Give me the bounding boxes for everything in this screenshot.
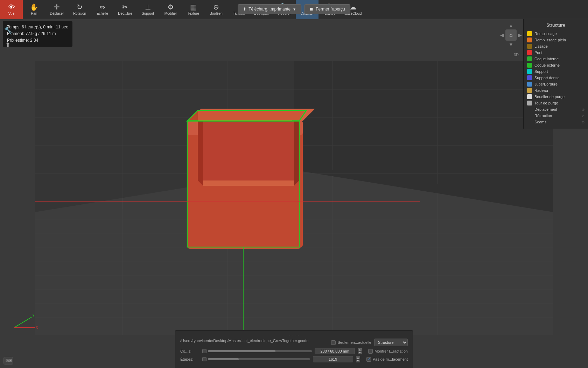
legend-item-2: Lissage — [527, 43, 584, 49]
upload-label: Télécharg...mprimante — [248, 7, 290, 12]
modifier-icon: ⚙ — [168, 4, 174, 11]
etapes-label: Étapes: — [180, 357, 200, 361]
montrer-checkbox[interactable] — [368, 349, 373, 354]
legend-item-12: Déplacement⊘ — [527, 106, 584, 113]
legend-eye-12[interactable]: ⊘ — [582, 108, 584, 111]
top-center-buttons: ⬆ Télécharg...mprimante ▼ ⏹ Fermer l'ape… — [238, 4, 350, 14]
legend-color-6 — [527, 69, 532, 74]
tool-texture-label: Texture — [188, 12, 199, 15]
legend-spacer-13 — [527, 113, 532, 118]
keyboard-icon[interactable]: ⌨ — [4, 357, 13, 364]
couche-slider-container — [202, 349, 312, 353]
legend-label-12: Déplacement — [534, 107, 557, 111]
pas-label: Pas de m...lacement — [373, 357, 408, 361]
tool-modifier-label: Modifier — [164, 12, 177, 15]
etapes-up[interactable]: ▲ — [356, 356, 360, 359]
bottom-top-row: /Users/ryanvicente/Desktop/Master/...nt_… — [180, 339, 408, 346]
panel-handle: · · · · · · — [180, 333, 408, 337]
legend-item-5: Coque externe — [527, 62, 584, 68]
legend-label-11: Tour de purge — [534, 101, 558, 105]
tool-deplacer-label: Déplacer — [50, 12, 64, 15]
couche-up[interactable]: ▲ — [358, 348, 362, 351]
legend-color-7 — [527, 75, 532, 80]
tool-support[interactable]: ⊥ Support — [136, 0, 159, 19]
pas-checkbox[interactable] — [366, 357, 371, 362]
nav-up-arrow[interactable]: ▲ — [509, 23, 513, 28]
close-preview-button[interactable]: ⏹ Fermer l'aperçu — [304, 4, 350, 14]
legend-label-9: Radeau — [534, 88, 548, 93]
axis-indicator: Y X — [7, 300, 42, 335]
prix-info: Prix estimé: 2.34 — [7, 37, 68, 44]
seulement-checkbox[interactable] — [331, 340, 336, 345]
rotation-icon: ↻ — [77, 4, 83, 11]
legend-label-10: Bouclier de purge — [534, 95, 565, 99]
legend-color-1 — [527, 38, 532, 42]
tool-echelle[interactable]: ⇔ Echelle — [91, 0, 114, 19]
nav-3d-button[interactable]: 3D — [514, 53, 519, 57]
legend-color-5 — [527, 63, 532, 68]
legend-color-3 — [527, 50, 532, 55]
nav-left-arrow[interactable]: ◀ — [500, 32, 504, 38]
svg-marker-52 — [187, 110, 306, 121]
temps-info: Temps: 6 heure(s), 0 min, 11 sec — [7, 24, 68, 30]
tool-modifier[interactable]: ⚙ Modifier — [159, 0, 182, 19]
legend-item-11: Tour de purge — [527, 100, 584, 106]
couche-checkbox[interactable] — [202, 349, 206, 353]
legend-label-6: Support — [534, 69, 548, 74]
couche-down[interactable]: ▼ — [358, 352, 362, 354]
svg-text:Y: Y — [32, 313, 35, 317]
tool-rotation[interactable]: ↻ Rotation — [68, 0, 91, 19]
tool-booleen[interactable]: ⊖ Booléen — [205, 0, 227, 19]
legend-label-13: Rétraction — [534, 114, 552, 118]
legend-color-9 — [527, 88, 532, 93]
legend-eye-13[interactable]: ⊘ — [582, 114, 584, 118]
viewport: RaiseTouch — [0, 19, 588, 368]
tool-support-label: Support — [142, 12, 154, 15]
seulement-label: Seulemen...actuelle — [337, 340, 371, 345]
close-preview-icon: ⏹ — [309, 7, 314, 12]
grid-background: RaiseTouch — [0, 19, 588, 368]
legend-item-9: Radeau — [527, 87, 584, 94]
nav-down-arrow[interactable]: ▼ — [509, 42, 513, 47]
etapes-checkbox[interactable] — [202, 357, 206, 361]
couche-slider[interactable] — [208, 350, 312, 352]
svg-marker-51 — [294, 121, 299, 186]
etapes-down[interactable]: ▼ — [356, 360, 360, 362]
seulment-checkbox-row: Seulemen...actuelle — [331, 340, 371, 345]
pas-checkbox-row: Pas de m...lacement — [366, 357, 408, 362]
etapes-slider[interactable] — [208, 358, 310, 360]
tool-pan-label: Pan — [31, 12, 37, 15]
view-select[interactable]: StructureTempératureVitesseLargeurFlux — [374, 339, 408, 346]
couche-value: 200 / 60.000 mm — [315, 348, 355, 354]
nav-home-button[interactable]: ⌂ — [505, 29, 517, 41]
tool-decoupe[interactable]: ✂ Dec...bre — [114, 0, 136, 19]
legend-label-2: Lissage — [534, 44, 548, 48]
legend-label-0: Remplissage — [534, 32, 557, 36]
svg-line-56 — [14, 317, 31, 328]
pan-icon: ✋ — [30, 4, 38, 11]
tool-deplacer[interactable]: ✛ Déplacer — [46, 0, 68, 19]
decoupe-icon: ✂ — [122, 4, 128, 11]
tool-vue[interactable]: 👁 Vue — [0, 0, 23, 19]
legend-label-1: Remplissage plein — [534, 38, 566, 42]
nav-right-arrow[interactable]: ▶ — [518, 32, 522, 38]
tool-pan[interactable]: ✋ Pan — [23, 0, 46, 19]
wrench-tool[interactable]: 🔧 — [4, 26, 12, 34]
legend-label-7: Support dense — [534, 76, 560, 80]
legend-item-6: Support — [527, 68, 584, 75]
legend-color-4 — [527, 56, 532, 61]
legend-label-4: Coque interne — [534, 57, 559, 61]
etapes-value: 1619 — [313, 356, 353, 362]
nav-cube: ▲ ◀ ⌂ ▶ ▼ — [502, 23, 520, 47]
legend-color-8 — [527, 82, 532, 87]
legend-item-4: Coque interne — [527, 56, 584, 62]
tool-texture[interactable]: ▦ Texture — [182, 0, 205, 19]
legend-label-14: Seams — [534, 120, 546, 124]
vue-icon: 👁 — [8, 4, 15, 11]
filename: /Users/ryanvicente/Desktop/Master/...nt_… — [180, 339, 308, 343]
svg-marker-48 — [198, 121, 299, 180]
legend-eye-14[interactable]: ⊘ — [582, 120, 584, 124]
svg-text:X: X — [36, 326, 38, 329]
upload-tool[interactable]: ⬆ — [5, 41, 10, 49]
upload-button[interactable]: ⬆ Télécharg...mprimante ▼ — [238, 4, 301, 14]
